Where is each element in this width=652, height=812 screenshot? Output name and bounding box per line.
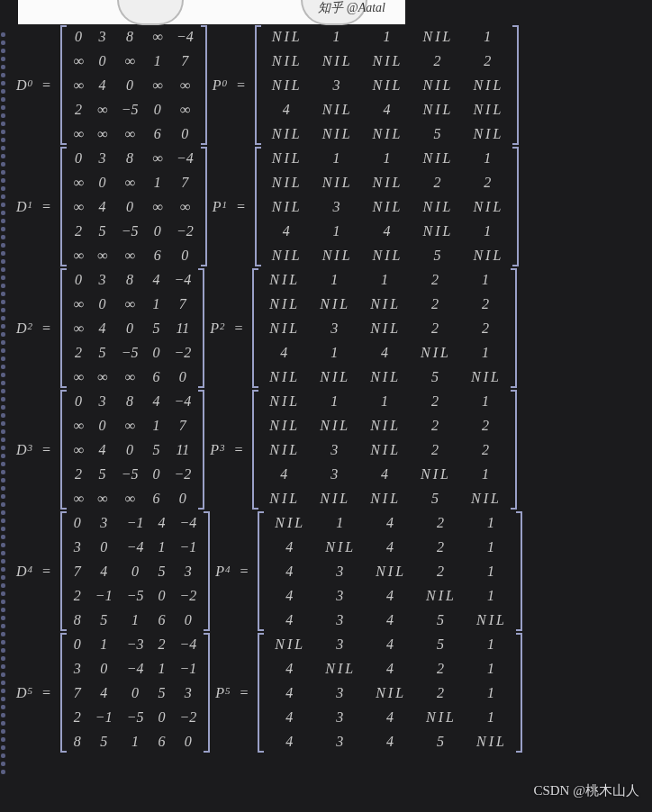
matrix-cell-nil: N I L: [415, 583, 466, 608]
matrix-cell: ∞: [114, 122, 146, 146]
matrix-cell: ∞: [114, 243, 146, 267]
bracket-right: [204, 511, 210, 631]
p-matrix: N I L34514N I L42143N I L21434N I L14345…: [258, 632, 522, 753]
matrix-row: N I L3N I L22: [258, 316, 511, 340]
matrix-row: N I L11N I L1: [261, 24, 513, 49]
d-label: D3: [16, 442, 32, 458]
matrix-cell: 4: [145, 389, 167, 413]
matrix-cell-nil: N I L: [312, 97, 362, 122]
bracket-right: [511, 268, 517, 388]
matrix-cell: 0: [67, 389, 90, 413]
matrix-cell: 4: [90, 438, 113, 462]
matrix-row: 414N I L1: [258, 340, 511, 365]
matrix-row: 85160: [67, 729, 204, 753]
matrix-cell: 3: [90, 389, 113, 413]
matrix-cell: 3: [314, 729, 365, 753]
matrix-cell: 0: [169, 122, 201, 146]
matrix-cell: 3: [90, 24, 113, 49]
matrix-cell: ∞: [67, 438, 90, 462]
matrix-cell: 2: [412, 49, 462, 73]
matrix-cell-nil: N I L: [412, 146, 462, 170]
matrix-cell: 5: [150, 681, 172, 705]
matrix-cell: 1: [312, 24, 362, 49]
matrix-cell: 0: [67, 24, 90, 49]
matrix-row: ∞0∞17: [67, 170, 201, 194]
matrix-cell-nil: N I L: [258, 316, 309, 340]
matrix-cell: 4: [365, 656, 415, 681]
bracket-right: [511, 390, 517, 510]
matrix-cell: −2: [167, 462, 198, 486]
matrix-cell: 4: [145, 267, 167, 292]
matrix-row: 414N I L1: [261, 219, 513, 243]
matrix-cell: 0: [120, 559, 151, 583]
matrix-cell: 6: [145, 243, 168, 267]
matrix-cell: 4: [264, 535, 314, 559]
matrix-row: 74053: [67, 559, 204, 583]
iteration-row-0: D0=038∞−4∞0∞17∞40∞∞2∞−50∞∞∞∞60P0=N I L11…: [16, 24, 648, 146]
matrix-row: N I L3N I L22: [258, 438, 511, 462]
matrix-cell-nil: N I L: [462, 194, 512, 219]
matrix-cell: 5: [145, 316, 167, 340]
matrix-cell: 2: [67, 583, 88, 608]
matrix-cell: 1: [359, 389, 410, 413]
matrix-row: N I L1121: [258, 267, 511, 292]
matrix-row: ∞∞∞60: [67, 486, 198, 510]
matrix-cell: 2: [460, 438, 511, 462]
matrix-cell-nil: N I L: [365, 681, 415, 705]
p-matrix: N I L11N I L1N I LN I LN I L22N I L3N I …: [255, 24, 520, 146]
matrix-cell: 1: [309, 389, 359, 413]
matrix-cell-nil: N I L: [258, 413, 309, 438]
matrix-cell: 4: [365, 535, 415, 559]
matrix-row: 4N I L421: [264, 535, 516, 559]
matrix-row: 43N I L21: [264, 681, 516, 705]
matrix-cell: ∞: [67, 194, 90, 219]
d-matrix: 0384−4∞0∞17∞4051125−50−2∞∞∞60: [60, 267, 204, 389]
matrix-cell: 2: [410, 316, 460, 340]
matrix-cell: 4: [261, 219, 312, 243]
matrix-cell: −5: [114, 462, 146, 486]
matrix-cell: 1: [466, 510, 516, 535]
matrix-row: 434N I L1: [258, 462, 511, 486]
matrix-cell: 3: [314, 705, 365, 729]
matrix-row: ∞0∞17: [67, 413, 198, 438]
matrix-cell-nil: N I L: [261, 73, 312, 97]
matrix-cell: 7: [169, 170, 201, 194]
matrix-row: 30−41−1: [67, 535, 204, 559]
matrix-row: 0384−4: [67, 267, 198, 292]
matrix-cell: 6: [150, 608, 172, 632]
matrix-cell: 4: [359, 462, 410, 486]
bracket-right: [201, 147, 207, 266]
matrix-cell-nil: N I L: [261, 243, 312, 267]
matrix-cell: ∞: [90, 97, 113, 122]
matrix-cell: 2: [415, 681, 466, 705]
matrix-cell: 1: [466, 681, 516, 705]
matrix-cell-nil: N I L: [261, 24, 312, 49]
bracket-left: [258, 511, 264, 631]
matrix-cell-nil: N I L: [359, 413, 410, 438]
matrix-row: 434N I L1: [264, 705, 516, 729]
matrix-row: N I L3451: [264, 632, 516, 656]
matrix-cell: 2: [462, 170, 512, 194]
matrix-cell: 0: [114, 194, 146, 219]
equals-sign: =: [41, 564, 51, 580]
matrix-cell: 0: [90, 292, 113, 316]
d-label: D5: [16, 685, 32, 701]
matrix-cell: −1: [172, 656, 204, 681]
matrix-cell: ∞: [67, 243, 90, 267]
csdn-watermark: CSDN @桃木山人: [533, 782, 639, 799]
matrix-cell-nil: N I L: [412, 73, 462, 97]
matrix-cell: 1: [145, 170, 168, 194]
matrix-cell: 4: [264, 608, 314, 632]
matrix-row: 434N I L1: [264, 583, 516, 608]
equals-sign: =: [236, 199, 246, 215]
matrix-cell-nil: N I L: [415, 705, 466, 729]
matrix-cell: 2: [67, 462, 90, 486]
matrix-cell: 0: [67, 510, 88, 535]
matrix-row: 2−1−50−2: [67, 583, 204, 608]
matrix-cell: 1: [466, 705, 516, 729]
d-superscript: 2: [28, 320, 33, 331]
matrix-cell-nil: N I L: [412, 219, 462, 243]
p-label: P3: [210, 442, 224, 458]
bracket-right: [516, 633, 522, 753]
matrix-cell-nil: N I L: [264, 632, 314, 656]
